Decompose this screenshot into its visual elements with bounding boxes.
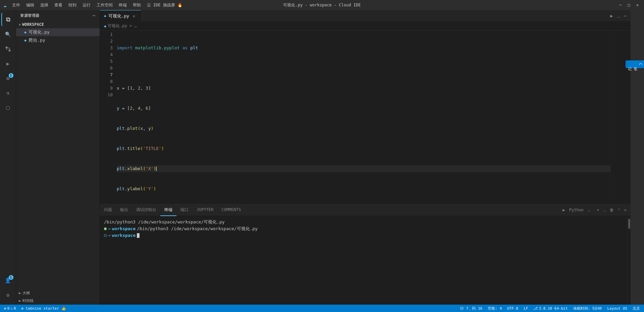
editor-split: 1 2 3 4 5 6 7 8 9 10 import matplotlib.p… [100,31,631,305]
panel-scrollbar[interactable] [627,216,631,305]
python-file-icon-2: ◆ [24,38,26,43]
titlebar: ☁ 文件 编辑 选择 查看 转到 运行 工作空间 终端 帮助 云 IDE 挑战赛… [0,0,644,10]
num-2: 2 [138,85,141,92]
code-line-5: plt.plot(x, y) [117,125,610,132]
sidebar-outline-section[interactable]: ► 大纲 [16,289,100,297]
run-file-icon[interactable]: ▶ [609,12,614,19]
status-idle-time[interactable]: 休眠时间: 5分钟 [572,305,603,312]
code-line-3: x = [1, 2, 3] [117,85,610,92]
op-bracket-close2: ] [148,105,151,112]
op-dot7: . [124,165,127,172]
delete-terminal-icon[interactable]: 🗑 [608,207,615,213]
status-layout[interactable]: Layout US [606,305,629,312]
run-debug-icon[interactable]: ▶ [1,57,15,70]
status-locale[interactable]: 北京 [631,305,641,312]
num-4: 4 [138,105,141,112]
str-title: 'TITLE' [143,145,161,152]
code-editor[interactable]: 1 2 3 4 5 6 7 8 9 10 import matplotlib.p… [100,31,631,204]
close-panel-icon[interactable]: ✕ [623,207,628,213]
workspace-chevron-icon: ▼ [19,23,21,27]
panel-tab-terminal[interactable]: 终端 [160,204,176,216]
menu-workspace[interactable]: 工作空间 [94,2,115,9]
status-spaces[interactable]: 空格: 4 [486,305,503,312]
menu-select[interactable]: 选择 [38,2,51,9]
status-bar: ⊗ 0 ⚠ 0 ⊕ tabnine starter 👍 行 7，列 16 空格:… [0,305,644,312]
lab-icon[interactable]: ⚗ [1,87,15,100]
more-actions-icon[interactable]: ⋯ [623,12,628,19]
panel-tab-problems[interactable]: 问题 [100,204,116,216]
chevron-down-icon[interactable]: ⌄ [586,207,591,213]
explorer-icon[interactable]: ⧉ [1,13,15,26]
sidebar-timeline-section[interactable]: ► 时间线 [16,297,100,305]
line-num-3: 3 [100,45,113,51]
file-item-crawler[interactable]: ◆ 爬虫.py [16,36,100,44]
fn-ylabel: ylabel [127,186,143,192]
puzzle-icon[interactable]: ⬡ [1,101,15,115]
menu-file[interactable]: 文件 [9,2,23,9]
menu-terminal[interactable]: 终端 [116,2,129,9]
panel-tab-output[interactable]: 输出 [116,204,132,216]
close-button[interactable]: ✕ [634,2,641,8]
extensions-icon[interactable]: ⊞ 1 [1,72,15,85]
op-dot8: . [124,186,127,192]
search-icon[interactable]: 🔍 [1,28,15,41]
terminal-content[interactable]: /bin/python3 /ide/workspace/workspace/可视… [100,216,627,305]
menu-goto[interactable]: 转到 [66,2,79,9]
tab-close-button[interactable]: × [131,13,137,19]
terminal-line-3: → workspace [104,232,623,239]
op-comma2: , [140,85,146,92]
menu-view[interactable]: 查看 [52,2,65,9]
menu-run[interactable]: 运行 [80,2,93,9]
split-editor-icon[interactable]: ⎵ [616,12,621,19]
source-control-icon[interactable] [1,42,15,56]
tab-file-icon: ◆ [104,14,106,18]
menu-edit[interactable]: 编辑 [23,2,37,9]
git-label: 3.8.10 64-bit [539,306,568,311]
code-content[interactable]: import matplotlib.pyplot as plt x = [1, … [117,31,610,204]
workspace-label[interactable]: ▼ WORKSPACE [16,21,100,28]
status-tabnine[interactable]: ⊕ tabnine starter 👍 [20,305,67,312]
add-terminal-icon[interactable]: + [595,207,600,213]
account-icon[interactable]: 👤 1 [1,274,15,287]
code-line-2 [117,65,610,71]
code-line-7: plt.xlabel('X') [117,165,610,172]
settings-icon[interactable]: ⚙ [1,289,15,302]
editor-area: ◆ 可视化.py × ▶ ⎵ ⋯ ◆ 可视化.py > … 1 2 3 [100,10,631,305]
split-terminal-icon[interactable]: ⎵ [602,207,607,213]
op-comma1: , [132,85,138,92]
panel-tab-comments[interactable]: COMMENTS [218,204,245,216]
panel-tab-jupyter[interactable]: JUPYTER [193,204,218,216]
editor-tab-visualization[interactable]: ◆ 可视化.py × [100,10,141,22]
status-encoding[interactable]: UTF-8 [506,305,520,312]
new-file-icon[interactable]: ⋯ [93,13,96,18]
line-ending-label: LF [524,306,528,311]
status-git-branch[interactable]: ⎇ 3.8.10 64-bit [532,305,569,312]
status-line-ending[interactable]: LF [522,305,529,312]
tab-bar-actions: ▶ ⎵ ⋯ [606,12,631,19]
file-item-visualization[interactable]: ◆ 可视化.py [16,28,100,36]
panel-tab-debug[interactable]: 调试控制台 [132,204,160,216]
maximize-button[interactable]: □ [626,2,632,8]
keyword-as: as [180,45,190,51]
paren-open7: ( [143,165,146,172]
warning-count: 0 [14,306,16,311]
paren-open8: ( [143,186,146,192]
maximize-panel-icon[interactable]: ⌃ [616,207,622,213]
var-plt7: plt [117,165,124,172]
panel-tab-ports[interactable]: 端口 [176,204,193,216]
terminal-line-1: /bin/python3 /ide/workspace/workspace/可视… [104,219,623,225]
panel-tab-actions: ▶ Python ⌄ + ⎵ 🗑 ⌃ ✕ [558,207,631,213]
status-position[interactable]: 行 7，列 16 [459,305,484,312]
panel-scrollbar-thumb[interactable] [628,219,630,229]
menu-help[interactable]: 帮助 [130,2,144,9]
keyword-import: import [117,45,135,51]
error-icon: ⊗ [4,306,6,311]
tabnine-label: ⊕ tabnine starter 👍 [21,306,66,311]
status-errors[interactable]: ⊗ 0 ⚠ 0 [3,305,17,312]
minimize-button[interactable]: ─ [617,2,624,8]
menu-challenge[interactable]: 云 IDE 挑战赛 🔥 [144,2,185,9]
module-matplotlib: matplotlib.pyplot [135,45,180,51]
op-dot6: . [124,145,127,152]
run-icon[interactable]: ▶ [561,207,566,213]
cnote-button[interactable]: C 笔 记 [626,60,644,68]
